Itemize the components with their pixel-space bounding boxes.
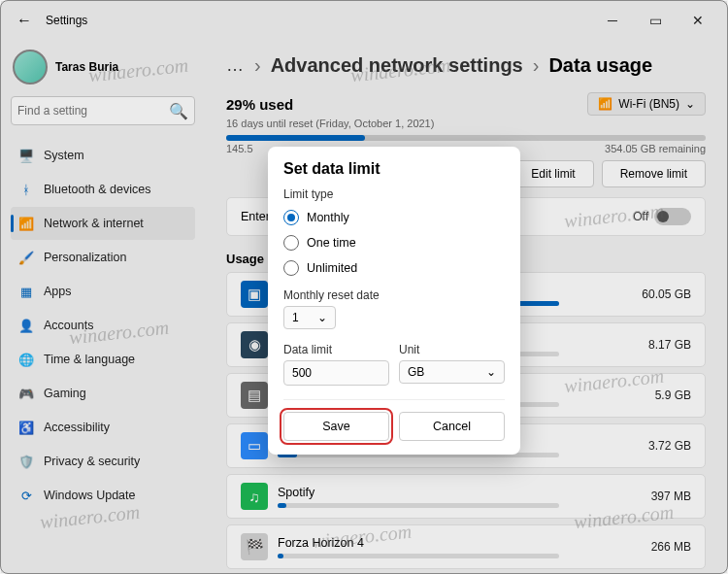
unit-label: Unit [399, 343, 505, 356]
chevron-down-icon: ⌄ [317, 311, 327, 324]
radio-monthly[interactable]: Monthly [283, 205, 505, 230]
data-limit-input[interactable] [283, 360, 389, 386]
unit-select[interactable]: GB ⌄ [399, 360, 505, 384]
unit-value: GB [408, 365, 424, 379]
radio-dot-icon [283, 210, 299, 225]
set-data-limit-dialog: Set data limit Limit type Monthly One ti… [268, 147, 520, 455]
data-limit-label: Data limit [283, 343, 389, 356]
radio-label: One time [307, 236, 356, 250]
limit-type-label: Limit type [283, 187, 505, 201]
radio-dot-icon [283, 260, 299, 276]
radio-label: Monthly [307, 211, 349, 224]
settings-window: ← Settings ─ ▭ ✕ Taras Buria 🔍 🖥️System [0, 0, 728, 574]
radio-onetime[interactable]: One time [283, 230, 505, 255]
radio-unlimited[interactable]: Unlimited [283, 255, 505, 281]
dialog-title: Set data limit [283, 160, 505, 178]
reset-date-label: Monthly reset date [283, 288, 505, 302]
radio-label: Unlimited [307, 261, 357, 275]
reset-date-select[interactable]: 1 ⌄ [283, 306, 336, 329]
save-button[interactable]: Save [283, 412, 389, 441]
radio-dot-icon [283, 235, 299, 251]
cancel-button[interactable]: Cancel [399, 412, 505, 441]
chevron-down-icon: ⌄ [486, 365, 496, 379]
reset-date-value: 1 [292, 311, 299, 324]
